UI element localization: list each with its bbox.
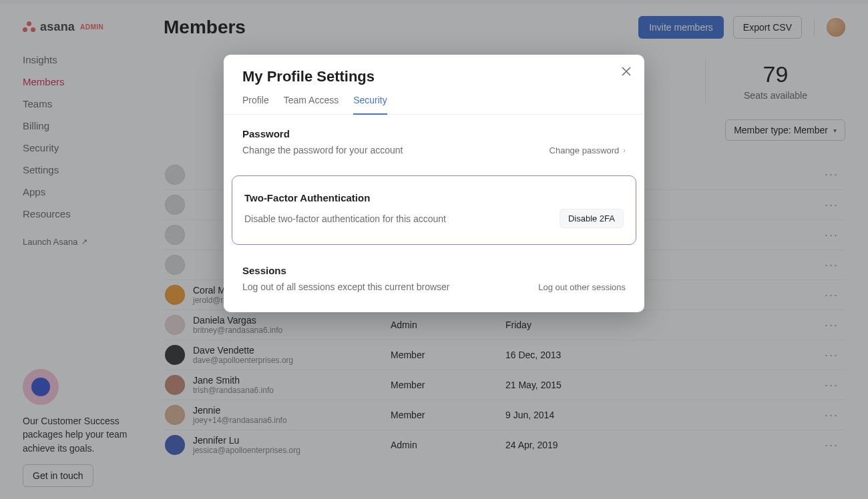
profile-settings-modal: My Profile Settings Profile Team Access … <box>224 55 644 312</box>
tab-team-access[interactable]: Team Access <box>284 95 339 114</box>
password-heading: Password <box>242 128 626 139</box>
sessions-heading: Sessions <box>242 265 626 276</box>
logout-other-sessions-label: Log out other sessions <box>538 282 626 292</box>
change-password-label: Change password <box>550 145 620 155</box>
change-password-link[interactable]: Change password › <box>550 145 626 155</box>
sessions-section: Sessions Log out of all sessions except … <box>224 252 644 306</box>
password-description: Change the password for your account <box>242 145 403 155</box>
logout-other-sessions-link[interactable]: Log out other sessions <box>538 282 626 292</box>
two-factor-section: Two-Factor Authentication Disable two-fa… <box>232 175 636 245</box>
sessions-description: Log out of all sessions except this curr… <box>242 282 450 292</box>
password-section: Password Change the password for your ac… <box>224 115 644 169</box>
close-icon[interactable] <box>622 67 631 76</box>
two-factor-heading: Two-Factor Authentication <box>244 192 624 203</box>
modal-title: My Profile Settings <box>242 68 626 85</box>
chevron-right-icon: › <box>623 146 626 154</box>
tab-security[interactable]: Security <box>353 95 387 115</box>
disable-2fa-button[interactable]: Disable 2FA <box>560 209 624 228</box>
tab-profile[interactable]: Profile <box>242 95 269 114</box>
modal-tabs: Profile Team Access Security <box>224 85 644 115</box>
two-factor-description: Disable two-factor authentication for th… <box>244 213 446 224</box>
